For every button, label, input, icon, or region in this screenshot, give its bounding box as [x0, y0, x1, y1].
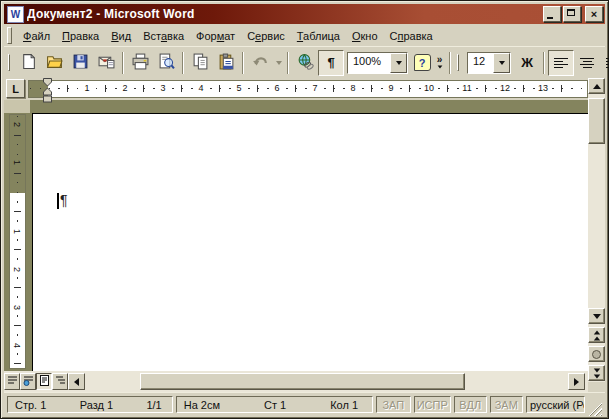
font-size-dropdown-button[interactable] — [493, 53, 510, 73]
menu-view-hotkey: В — [111, 30, 118, 42]
titlebar[interactable]: W Документ2 - Microsoft Word × — [4, 4, 605, 24]
toolbar-separator — [122, 52, 124, 74]
new-document-button[interactable] — [15, 50, 41, 76]
undo-dropdown[interactable] — [273, 51, 284, 75]
word-app-icon[interactable]: W — [7, 6, 24, 23]
ruler-number: 2 — [119, 83, 132, 94]
ruler-number: 11 — [461, 83, 474, 94]
align-left-button[interactable] — [548, 50, 574, 76]
print-preview-button[interactable] — [153, 50, 179, 76]
help-button[interactable]: ? — [411, 52, 433, 74]
ruler-number: 3 — [157, 83, 170, 94]
paragraph-mark: ¶ — [60, 192, 68, 208]
align-justify-button[interactable] — [600, 50, 609, 76]
open-button[interactable] — [41, 50, 67, 76]
menu-window-label: кно — [361, 30, 378, 42]
close-button[interactable]: × — [585, 6, 603, 22]
resize-grip[interactable] — [588, 402, 602, 416]
print-layout-view-button[interactable] — [36, 373, 52, 390]
zoom-combobox[interactable]: 100% — [347, 52, 408, 74]
track-changes-indicator[interactable]: ИСПР — [414, 396, 451, 413]
page-info-panel[interactable]: Стр. 1 Разд 1 1/1 — [7, 396, 173, 413]
document-page[interactable]: ¶ — [32, 113, 588, 371]
chevron-down-icon — [499, 61, 505, 65]
align-left-icon — [554, 58, 568, 68]
overtype-indicator[interactable]: ЗАМ — [490, 396, 524, 413]
normal-view-button[interactable] — [4, 373, 20, 390]
paste-clipboard-icon — [218, 53, 235, 72]
minimize-button[interactable] — [543, 6, 561, 22]
vertical-scrollbar[interactable] — [588, 78, 605, 392]
double-arrow-up-icon — [593, 330, 601, 341]
horizontal-scroll-thumb[interactable] — [140, 373, 465, 390]
undo-button[interactable] — [247, 50, 273, 76]
select-browse-object-button[interactable] — [588, 346, 605, 362]
ruler-number: 1 — [81, 83, 94, 94]
menu-tools-label: рвис — [261, 30, 285, 42]
status-page-count: 1/1 — [146, 399, 161, 411]
menu-insert[interactable]: Вставка — [137, 28, 190, 44]
language-panel[interactable]: русский (Ро — [526, 396, 585, 413]
standard-toolbar-drag-handle[interactable] — [8, 54, 10, 71]
menu-help-pre: С — [390, 30, 398, 42]
copy-button[interactable] — [187, 50, 213, 76]
menu-view[interactable]: Вид — [105, 28, 137, 44]
tab-stop-selector[interactable]: L — [6, 79, 25, 98]
menubar-drag-handle[interactable] — [7, 27, 12, 44]
menu-format[interactable]: Формат — [190, 28, 241, 44]
menu-insert-pre: Вст — [143, 30, 161, 42]
paste-button[interactable] — [213, 50, 239, 76]
horizontal-scroll-track[interactable] — [85, 373, 568, 390]
menu-view-label: ид — [119, 30, 132, 42]
scroll-down-button[interactable] — [588, 308, 605, 324]
menu-tools[interactable]: Сервис — [241, 28, 291, 44]
vertical-scroll-thumb[interactable] — [588, 98, 605, 144]
menu-window[interactable]: Окно — [346, 28, 384, 44]
menu-help[interactable]: Справка — [384, 28, 439, 44]
macro-record-indicator[interactable]: ЗАП — [376, 396, 411, 413]
align-center-icon — [580, 58, 594, 68]
zoom-dropdown-button[interactable] — [390, 53, 407, 73]
email-envelope-icon — [98, 53, 115, 72]
help-icon: ? — [414, 54, 431, 71]
scroll-right-button[interactable] — [568, 373, 585, 390]
scroll-up-button[interactable] — [588, 78, 605, 94]
outline-view-button[interactable] — [52, 373, 68, 390]
bold-icon: Ж — [521, 55, 533, 70]
extend-selection-indicator[interactable]: ВДЛ — [454, 396, 487, 413]
menu-edit[interactable]: Правка — [56, 28, 105, 44]
menu-format-pre: Фор — [196, 30, 217, 42]
indent-markers[interactable] — [43, 78, 53, 104]
status-section: Разд 1 — [80, 399, 113, 411]
horizontal-scrollbar-row — [4, 371, 588, 392]
position-info-panel[interactable]: На 2см Ст 1 Кол 1 — [176, 396, 373, 413]
menu-table[interactable]: Таблица — [291, 28, 346, 44]
bold-button[interactable]: Ж — [514, 50, 540, 76]
menu-insert-label: вка — [167, 30, 184, 42]
maximize-button[interactable] — [563, 6, 581, 22]
standard-toolbar-options[interactable]: » — [433, 51, 446, 75]
chevron-down-icon — [396, 61, 402, 65]
insert-hyperlink-button[interactable] — [292, 50, 318, 76]
print-button[interactable] — [127, 50, 153, 76]
save-floppy-icon — [72, 53, 89, 72]
menu-window-hotkey: О — [352, 30, 361, 42]
print-preview-icon — [158, 53, 175, 72]
printer-icon — [132, 53, 149, 72]
ruler-number: 4 — [195, 83, 208, 94]
toolbar-separator — [449, 52, 451, 74]
font-size-combobox[interactable]: 12 — [467, 52, 511, 74]
save-button[interactable] — [67, 50, 93, 76]
scroll-left-button[interactable] — [68, 373, 85, 390]
zoom-value: 100% — [348, 53, 390, 73]
align-center-button[interactable] — [574, 50, 600, 76]
web-layout-view-button[interactable] — [20, 373, 36, 390]
formatting-toolbar-drag-handle[interactable] — [457, 54, 459, 71]
toolbar-separator — [182, 52, 184, 74]
menu-file[interactable]: Файл — [17, 28, 56, 44]
email-button[interactable] — [93, 50, 119, 76]
previous-page-button[interactable] — [588, 327, 605, 343]
ruler-number: 5 — [233, 83, 246, 94]
next-page-button[interactable] — [588, 365, 605, 381]
show-formatting-marks-button[interactable]: ¶ — [318, 50, 344, 76]
